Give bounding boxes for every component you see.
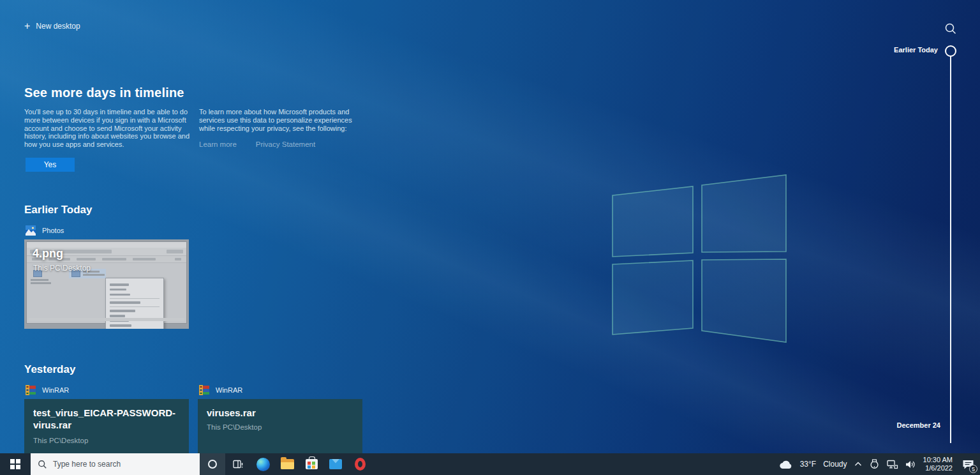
volume-icon[interactable] [905,460,916,469]
taskbar: 33°F Cloudy [0,453,980,475]
cortana-button[interactable] [200,453,225,475]
taskbar-search-box[interactable] [31,453,200,475]
privacy-statement-link[interactable]: Privacy Statement [256,140,315,148]
learn-more-link[interactable]: Learn more [199,140,237,148]
activity-location: This PC\Desktop [207,423,262,431]
scrubber-label-top: Earlier Today [894,46,938,54]
microsoft-store-icon [306,459,318,469]
edge-taskbar-button[interactable] [251,453,275,475]
edge-icon [256,458,270,471]
timeline-scrubber-handle[interactable] [945,45,956,57]
winrar-app-icon [26,385,36,395]
clock-time: 10:30 AM [923,456,953,464]
photos-app-icon [26,225,36,236]
new-desktop-label: New desktop [36,22,80,31]
task-view-icon [233,459,244,470]
notification-count-badge: 5 [969,465,977,473]
weather-temperature[interactable]: 33°F [800,460,816,469]
weather-condition[interactable]: Cloudy [823,460,847,469]
activity-app-name: Photos [42,227,64,234]
microsoft-store-taskbar-button[interactable] [299,453,323,475]
activity-title: test_virus_EICAR-PASSWORD-virus.rar [33,407,180,431]
task-view-button[interactable] [225,453,251,475]
mail-taskbar-button[interactable] [323,453,348,475]
section-heading-yesterday: Yesterday [24,363,75,376]
activity-app-name: WinRAR [42,386,69,394]
windows-update-status-icon[interactable] [869,459,880,470]
activity-card-winrar-1[interactable]: test_virus_EICAR-PASSWORD-virus.rar This… [24,399,189,453]
scrubber-label-bottom: December 24 [897,421,941,429]
activity-card-photos[interactable]: 4.png This PC\Desktop [24,239,189,329]
task-view-layer: + New desktop See more days in timeline … [0,0,980,453]
timeline-scrubber-track[interactable] [950,56,951,443]
yes-button[interactable]: Yes [26,158,75,172]
promo-heading: See more days in timeline [24,86,184,100]
activity-title: viruses.rar [207,407,353,419]
activity-card-winrar-2[interactable]: viruses.rar This PC\Desktop [198,399,362,453]
cortana-icon [208,460,217,469]
clock-date: 1/6/2022 [923,464,953,472]
action-center-button[interactable]: 5 [960,456,976,472]
file-explorer-taskbar-button[interactable] [275,453,299,475]
mail-icon [329,459,342,469]
tray-overflow-chevron-icon[interactable] [854,462,862,467]
section-heading-earlier-today: Earlier Today [24,204,92,216]
activity-location: This PC\Desktop [33,437,88,444]
windows-start-icon [10,459,20,469]
timeline-search-icon[interactable] [944,22,958,36]
network-icon[interactable] [887,460,898,469]
new-desktop-button[interactable]: + New desktop [24,22,80,31]
context-menu-thumbnail [105,278,164,329]
promo-right-paragraph: To learn more about how Microsoft produc… [199,108,360,132]
taskbar-clock[interactable]: 10:30 AM 1/6/2022 [923,456,953,472]
promo-left-paragraph: You'll see up to 30 days in timeline and… [24,108,193,149]
search-icon [38,460,47,469]
activity-title: 4.png [33,247,63,260]
activity-location: This PC\Desktop [33,264,91,273]
file-explorer-icon [281,459,294,469]
weather-cloud-icon[interactable] [779,460,793,469]
plus-icon: + [24,22,30,31]
system-tray: 33°F Cloudy [779,453,980,475]
search-input[interactable] [53,460,181,469]
start-button[interactable] [0,453,31,475]
taskbar-empty-area [372,453,779,475]
winrar-app-icon [199,385,209,395]
opera-icon [355,458,366,471]
activity-app-name: WinRAR [216,386,242,394]
opera-taskbar-button[interactable] [348,453,372,475]
